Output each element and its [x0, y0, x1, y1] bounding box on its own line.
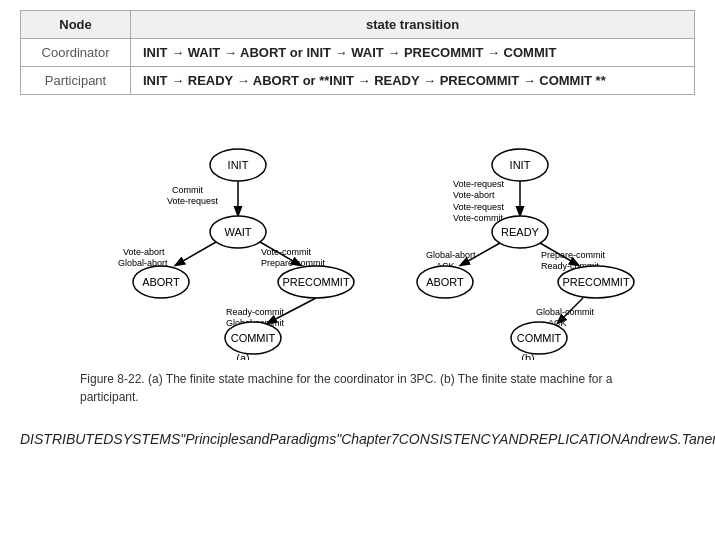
node-participant: Participant: [21, 67, 131, 95]
r-vote-request-label: Vote-request: [453, 179, 505, 189]
r-vote-request2-label: Vote-request: [453, 202, 505, 212]
transition-coordinator: INIT → WAIT → ABORT or INIT → WAIT → PRE…: [131, 39, 695, 67]
diagram-b-label: (b): [521, 352, 534, 360]
col-header-transition: state transition: [131, 11, 695, 39]
coordinator-wait-label: WAIT: [224, 226, 251, 238]
footer-section: DISTRIBUTEDSYSTEMS"PrinciplesandParadigm…: [0, 416, 715, 460]
participant-commit-label: COMMIT: [516, 332, 561, 344]
participant-abort-label: ABORT: [426, 276, 464, 288]
participant-init-label: INIT: [509, 159, 530, 171]
diagram-section: INIT Commit Vote-request WAIT Vote-abort…: [0, 95, 715, 370]
vote-request-label: Vote-request: [167, 196, 219, 206]
r-vote-abort-label: Vote-abort: [453, 190, 495, 200]
col-header-node: Node: [21, 11, 131, 39]
r-global-commit-label: Global-commit: [536, 307, 595, 317]
participant-ready-label: READY: [501, 226, 540, 238]
wait-to-abort-arrow: [176, 242, 216, 265]
coordinator-commit-label: COMMIT: [230, 332, 275, 344]
commit-vote-request-label: Commit: [172, 185, 203, 195]
vote-abort-label: Vote-abort: [123, 247, 165, 257]
footer-text: DISTRIBUTEDSYSTEMS"PrinciplesandParadigm…: [20, 431, 715, 447]
coordinator-precommit-label: PRECOMMIT: [282, 276, 350, 288]
r-prepare-commit-label: Prepare-commit: [541, 250, 606, 260]
transition-participant: INIT → READY → ABORT or **INIT → READY →…: [131, 67, 695, 95]
figure-caption: Figure 8-22. (a) The finite state machin…: [0, 370, 715, 416]
participant-precommit-label: PRECOMMIT: [562, 276, 630, 288]
coordinator-abort-label: ABORT: [142, 276, 180, 288]
table-row: Coordinator INIT → WAIT → ABORT or INIT …: [21, 39, 695, 67]
table-row: Participant INIT → READY → ABORT or **IN…: [21, 67, 695, 95]
ready-commit-label: Ready-commit: [226, 307, 285, 317]
state-machine-svg: INIT Commit Vote-request WAIT Vote-abort…: [68, 110, 648, 360]
table-section: Node state transition Coordinator INIT →…: [0, 0, 715, 95]
state-transition-table: Node state transition Coordinator INIT →…: [20, 10, 695, 95]
node-coordinator: Coordinator: [21, 39, 131, 67]
r-global-abort-label: Global-abort: [426, 250, 476, 260]
caption-text: Figure 8-22. (a) The finite state machin…: [80, 372, 613, 404]
diagram-a-label: (a): [236, 352, 249, 360]
r-vote-commit-label: Vote-commit: [453, 213, 504, 223]
coordinator-init-label: INIT: [227, 159, 248, 171]
vote-commit-label: Vote-commit: [261, 247, 312, 257]
